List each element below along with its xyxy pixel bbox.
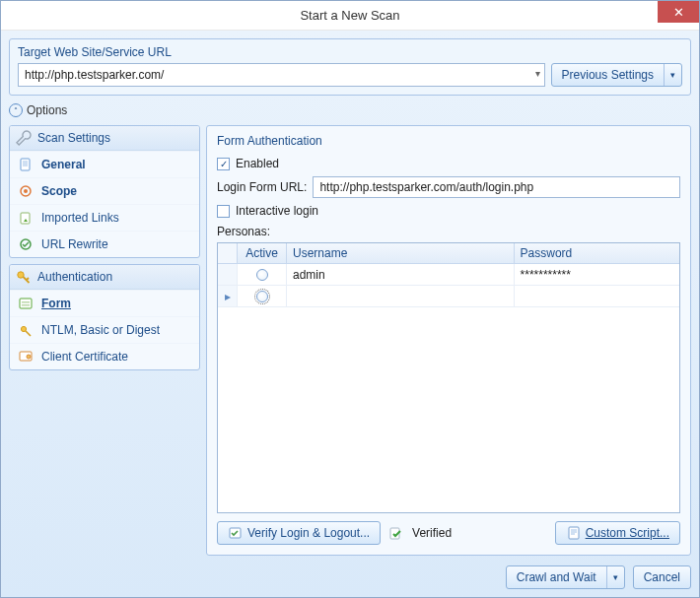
cancel-button[interactable]: Cancel (633, 565, 691, 589)
options-label: Options (27, 103, 67, 117)
sidebar-item-imported-links[interactable]: Imported Links (10, 204, 199, 231)
link-import-icon (18, 210, 34, 226)
radio-icon (256, 291, 268, 302)
chevron-up-icon: ˄ (9, 103, 23, 117)
radio-icon (256, 269, 268, 281)
certificate-icon (18, 349, 34, 365)
main-panel-title: Form Authentication (217, 132, 680, 154)
svg-point-5 (18, 272, 24, 278)
close-button[interactable]: ✕ (658, 1, 699, 23)
interactive-row: Interactive login (217, 204, 680, 218)
grid-col-active[interactable]: Active (238, 243, 287, 263)
svg-point-11 (27, 355, 31, 359)
key-small-icon (18, 322, 34, 338)
svg-rect-3 (21, 213, 30, 224)
row-handle-current: ▸ (218, 286, 238, 306)
username-cell[interactable] (287, 286, 515, 306)
password-cell[interactable] (515, 286, 679, 306)
grid-col-username[interactable]: Username (287, 243, 515, 263)
enabled-row: ✓ Enabled (217, 157, 680, 170)
sidebar-item-label: URL Rewrite (41, 237, 108, 251)
grid-empty-area (218, 307, 679, 512)
login-form-url-value: http://php.testsparker.com/auth/login.ph… (319, 180, 533, 194)
username-cell[interactable]: admin (287, 264, 515, 285)
login-form-url-input[interactable]: http://php.testsparker.com/auth/login.ph… (313, 176, 680, 198)
window-title: Start a New Scan (300, 8, 399, 23)
target-url-input[interactable]: http://php.testsparker.com/ ▾ (18, 63, 545, 87)
svg-point-2 (24, 189, 28, 193)
verified-icon (388, 525, 404, 541)
sidebar-item-label: Imported Links (41, 211, 119, 225)
previous-settings-button[interactable]: Previous Settings ▾ (551, 63, 682, 87)
dialog-footer: Crawl and Wait ▾ Cancel (9, 565, 691, 589)
sidebar-item-scope[interactable]: Scope (10, 177, 199, 204)
svg-rect-14 (569, 527, 579, 539)
sidebar-item-general[interactable]: General (10, 151, 199, 177)
enabled-checkbox[interactable]: ✓ (217, 158, 230, 170)
form-icon (18, 296, 34, 311)
dialog-content: Target Web Site/Service URL http://php.t… (1, 31, 699, 597)
key-icon (16, 269, 32, 285)
cancel-label: Cancel (644, 570, 680, 584)
target-url-group: Target Web Site/Service URL http://php.t… (9, 38, 691, 96)
password-cell[interactable]: *********** (515, 264, 679, 285)
target-url-value: http://php.testsparker.com/ (25, 68, 164, 82)
personas-grid: Active Username Password admin *********… (217, 242, 680, 513)
dropdown-icon: ▾ (535, 68, 540, 79)
page-icon (18, 157, 34, 172)
options-toggle[interactable]: ˄ Options (9, 101, 691, 119)
verify-icon (228, 525, 244, 541)
personas-label: Personas: (217, 225, 680, 238)
scan-settings-header: Scan Settings (10, 126, 199, 151)
sidebar-item-form[interactable]: Form (10, 290, 199, 316)
enabled-label: Enabled (236, 157, 279, 170)
crawl-and-wait-button[interactable]: Crawl and Wait ▾ (506, 565, 625, 589)
chevron-down-icon[interactable]: ▾ (606, 566, 624, 588)
verify-login-button[interactable]: Verify Login & Logout... (217, 521, 381, 545)
svg-rect-0 (21, 159, 30, 170)
verified-label: Verified (412, 526, 452, 540)
scan-settings-panel: Scan Settings General Scope (9, 125, 200, 258)
grid-header: Active Username Password (218, 243, 679, 264)
grid-row[interactable]: admin *********** (218, 264, 679, 286)
custom-script-label: Custom Script... (586, 526, 669, 540)
sidebar-item-label: Client Certificate (41, 350, 128, 364)
chevron-down-icon[interactable]: ▾ (664, 64, 681, 86)
row-handle (218, 264, 238, 285)
authentication-header: Authentication (10, 265, 199, 290)
active-cell[interactable] (238, 264, 287, 285)
grid-col-password[interactable]: Password (515, 243, 679, 263)
previous-settings-label: Previous Settings (562, 68, 654, 82)
sidebar-item-ntlm[interactable]: NTLM, Basic or Digest (10, 316, 199, 343)
titlebar: Start a New Scan ✕ (1, 1, 699, 31)
main-action-row: Verify Login & Logout... Verified Custom… (217, 521, 680, 545)
interactive-checkbox[interactable] (217, 205, 230, 218)
sidebar-item-url-rewrite[interactable]: URL Rewrite (10, 231, 199, 257)
scan-settings-title: Scan Settings (37, 131, 110, 145)
custom-script-button[interactable]: Custom Script... (555, 521, 680, 545)
authentication-title: Authentication (37, 270, 112, 284)
authentication-panel: Authentication Form NTLM, Basic or Diges… (9, 264, 200, 370)
active-cell[interactable] (238, 286, 287, 306)
rewrite-icon (18, 236, 34, 252)
grid-row[interactable]: ▸ (218, 286, 679, 307)
grid-corner (218, 243, 238, 263)
crawl-label: Crawl and Wait (517, 570, 596, 584)
login-form-label: Login Form URL: (217, 180, 307, 194)
sidebar-item-label: NTLM, Basic or Digest (41, 323, 160, 337)
svg-rect-8 (22, 304, 30, 306)
target-icon (18, 183, 34, 199)
interactive-label: Interactive login (236, 204, 318, 218)
wrench-icon (16, 130, 32, 146)
sidebar-item-label: General (41, 158, 86, 171)
sidebar-item-label: Form (41, 297, 71, 310)
sidebar: Scan Settings General Scope (9, 125, 200, 556)
close-icon: ✕ (673, 5, 684, 20)
login-url-row: Login Form URL: http://php.testsparker.c… (217, 176, 680, 198)
main-panel: Form Authentication ✓ Enabled Login Form… (206, 125, 691, 556)
svg-point-9 (21, 326, 26, 331)
sidebar-item-label: Scope (41, 184, 77, 198)
svg-rect-7 (22, 301, 30, 303)
svg-rect-6 (20, 299, 32, 308)
sidebar-item-client-certificate[interactable]: Client Certificate (10, 343, 199, 369)
